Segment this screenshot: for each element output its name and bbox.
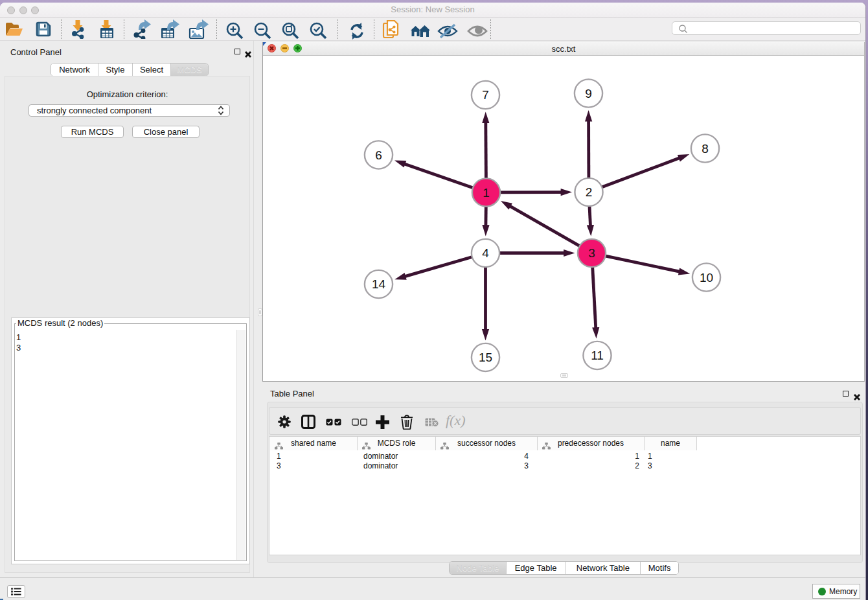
svg-text:15: 15 — [479, 351, 492, 364]
svg-text:11: 11 — [591, 349, 604, 362]
svg-text:6: 6 — [375, 148, 382, 162]
svg-text:9: 9 — [585, 87, 592, 100]
svg-text:3: 3 — [588, 246, 595, 260]
svg-text:14: 14 — [372, 277, 386, 291]
svg-text:7: 7 — [482, 88, 489, 102]
svg-text:1: 1 — [483, 186, 490, 200]
svg-text:8: 8 — [702, 142, 709, 156]
svg-text:2: 2 — [586, 185, 593, 199]
svg-text:4: 4 — [482, 246, 489, 260]
svg-text:10: 10 — [700, 271, 713, 284]
